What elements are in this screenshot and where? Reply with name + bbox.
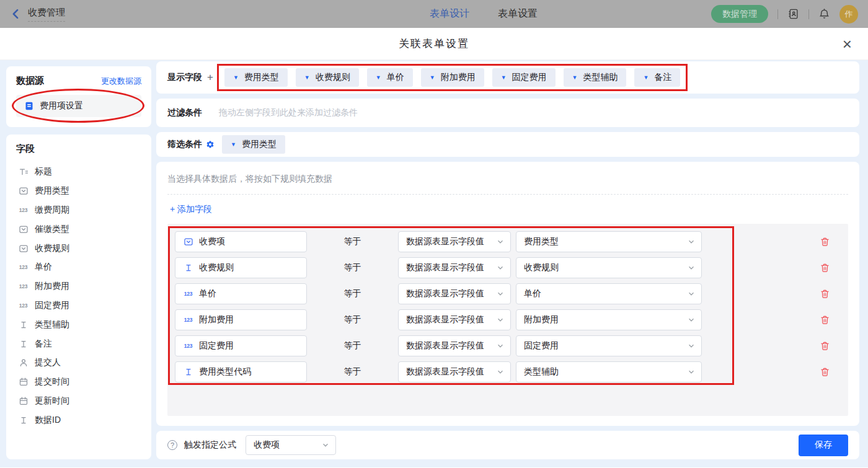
select-icon bbox=[18, 187, 29, 195]
screening-label: 筛选条件 bbox=[167, 139, 202, 150]
trigger-formula-select[interactable]: 收费项 bbox=[246, 435, 336, 455]
contacts-book-icon[interactable] bbox=[787, 8, 799, 20]
delete-rule-trash-icon[interactable] bbox=[820, 341, 830, 351]
rule-source-value: 数据源表显示字段值 bbox=[406, 262, 484, 273]
screening-chip[interactable]: ▼ 费用类型 bbox=[222, 135, 285, 154]
triangle-down-icon: ▼ bbox=[501, 74, 507, 81]
field-label: 收费规则 bbox=[35, 243, 69, 254]
field-list-item[interactable]: 标题 bbox=[16, 162, 141, 182]
rule-operator: 等于 bbox=[307, 262, 398, 273]
number-icon: 123 bbox=[183, 291, 193, 297]
add-field-button[interactable]: + 添加字段 bbox=[170, 204, 212, 215]
rule-field[interactable]: 费用类型代码 bbox=[175, 361, 307, 382]
rule-source-select[interactable]: 数据源表显示字段值 bbox=[398, 309, 511, 330]
select-icon bbox=[183, 237, 193, 246]
field-list-item[interactable]: 收费规则 bbox=[16, 239, 141, 258]
add-display-field-button[interactable]: + bbox=[207, 71, 213, 84]
app-title[interactable]: 收费管理 bbox=[28, 7, 65, 22]
chip-label: 备注 bbox=[654, 72, 671, 83]
rule-value-select[interactable]: 类型辅助 bbox=[516, 361, 702, 382]
tab-form-design[interactable]: 表单设计 bbox=[430, 7, 469, 20]
rule-field[interactable]: 123固定费用 bbox=[175, 335, 307, 356]
avatar[interactable]: 作 bbox=[839, 5, 858, 24]
field-label: 备注 bbox=[35, 338, 52, 350]
rule-field-label: 单价 bbox=[199, 288, 216, 299]
delete-rule-trash-icon[interactable] bbox=[820, 289, 830, 299]
chevron-down-icon bbox=[688, 290, 695, 298]
chevron-down-icon bbox=[497, 290, 504, 298]
field-list-item[interactable]: 费用类型 bbox=[16, 182, 141, 201]
rule-row: 123附加费用等于数据源表显示字段值附加费用 bbox=[175, 309, 839, 330]
field-list-item[interactable]: 数据ID bbox=[16, 410, 141, 430]
field-list-item[interactable]: 提交时间 bbox=[16, 373, 141, 392]
field-list-item[interactable]: 123缴费周期 bbox=[16, 201, 141, 220]
rule-value-select[interactable]: 固定费用 bbox=[516, 335, 702, 356]
field-label: 提交人 bbox=[35, 357, 61, 368]
field-label: 单价 bbox=[35, 262, 52, 273]
rule-value-select[interactable]: 费用类型 bbox=[516, 231, 702, 252]
delete-rule-trash-icon[interactable] bbox=[820, 315, 830, 325]
rule-source-select[interactable]: 数据源表显示字段值 bbox=[398, 257, 511, 278]
number-icon: 123 bbox=[183, 317, 193, 323]
display-field-chip[interactable]: ▼费用类型 bbox=[224, 68, 288, 87]
field-label: 固定费用 bbox=[35, 300, 69, 311]
rule-field[interactable]: 收费项 bbox=[175, 231, 307, 252]
number-icon: 123 bbox=[18, 283, 29, 289]
rule-row: 123单价等于数据源表显示字段值单价 bbox=[175, 283, 839, 304]
close-icon[interactable]: × bbox=[843, 36, 852, 52]
text-icon bbox=[18, 340, 29, 348]
help-icon[interactable]: ? bbox=[167, 440, 177, 450]
filter-dropzone[interactable]: 拖动左侧字段到此处来添加过滤条件 bbox=[219, 107, 358, 118]
display-field-chip[interactable]: ▼附加费用 bbox=[421, 68, 484, 87]
datasource-item[interactable]: 费用项设置 bbox=[16, 95, 141, 117]
rule-field[interactable]: 收费规则 bbox=[175, 257, 307, 278]
back-button[interactable] bbox=[10, 8, 22, 20]
field-list-item[interactable]: 123固定费用 bbox=[16, 296, 141, 316]
display-field-chip[interactable]: ▼备注 bbox=[634, 68, 680, 87]
dialog-body: 数据源 更改数据源 费用项设置 字段 标题费用类型123缴费周期催缴类型收费规则… bbox=[0, 60, 868, 467]
field-list-item[interactable]: 123单价 bbox=[16, 258, 141, 277]
save-button[interactable]: 保存 bbox=[799, 435, 848, 456]
tab-form-settings[interactable]: 表单设置 bbox=[498, 7, 538, 20]
rule-source-value: 数据源表显示字段值 bbox=[406, 236, 484, 247]
chip-label: 类型辅助 bbox=[583, 72, 618, 83]
main-panel: 显示字段 + ▼费用类型▼收费规则▼单价▼附加费用▼固定费用▼类型辅助▼备注 过… bbox=[156, 61, 868, 467]
gear-icon[interactable] bbox=[206, 140, 215, 149]
display-field-chip[interactable]: ▼固定费用 bbox=[492, 68, 556, 87]
field-list-item[interactable]: 更新时间 bbox=[16, 392, 141, 411]
display-field-chip[interactable]: ▼收费规则 bbox=[296, 68, 359, 87]
rule-value-select[interactable]: 单价 bbox=[516, 283, 702, 304]
field-list-item[interactable]: 备注 bbox=[16, 334, 141, 353]
rule-field[interactable]: 123单价 bbox=[175, 283, 307, 304]
rule-value-select[interactable]: 附加费用 bbox=[516, 309, 702, 330]
screening-section: 筛选条件 ▼ 费用类型 bbox=[156, 132, 859, 157]
rule-field[interactable]: 123附加费用 bbox=[175, 309, 307, 330]
field-list-item[interactable]: 提交人 bbox=[16, 353, 141, 373]
field-list-item[interactable]: 催缴类型 bbox=[16, 219, 141, 239]
delete-rule-trash-icon[interactable] bbox=[820, 263, 830, 273]
display-field-chip[interactable]: ▼单价 bbox=[367, 68, 413, 87]
chip-label: 单价 bbox=[387, 72, 404, 83]
rule-row: 收费项等于数据源表显示字段值费用类型 bbox=[175, 231, 839, 252]
rule-value-select[interactable]: 收费规则 bbox=[516, 257, 702, 278]
display-field-chip[interactable]: ▼类型辅助 bbox=[564, 68, 627, 87]
rule-source-select[interactable]: 数据源表显示字段值 bbox=[398, 231, 511, 252]
delete-rule-trash-icon[interactable] bbox=[820, 237, 830, 247]
data-manage-button[interactable]: 数据管理 bbox=[711, 5, 768, 23]
text-icon bbox=[18, 416, 29, 425]
triangle-down-icon: ▼ bbox=[231, 141, 236, 148]
field-label: 更新时间 bbox=[35, 395, 69, 407]
rule-source-select[interactable]: 数据源表显示字段值 bbox=[398, 361, 511, 382]
delete-rule-trash-icon[interactable] bbox=[820, 367, 830, 377]
number-icon: 123 bbox=[183, 343, 193, 349]
rule-source-select[interactable]: 数据源表显示字段值 bbox=[398, 283, 511, 304]
field-list-item[interactable]: 123附加费用 bbox=[16, 277, 141, 296]
rule-source-value: 数据源表显示字段值 bbox=[406, 288, 484, 299]
notifications-bell-icon[interactable] bbox=[818, 8, 830, 20]
rules-panel: 收费项等于数据源表显示字段值费用类型收费规则等于数据源表显示字段值收费规则123… bbox=[167, 224, 848, 416]
change-datasource-link[interactable]: 更改数据源 bbox=[101, 76, 141, 87]
triangle-down-icon: ▼ bbox=[233, 74, 239, 81]
topbar-tabs: 表单设计 表单设置 bbox=[430, 0, 538, 28]
rule-source-select[interactable]: 数据源表显示字段值 bbox=[398, 335, 511, 356]
field-list-item[interactable]: 类型辅助 bbox=[16, 315, 141, 334]
